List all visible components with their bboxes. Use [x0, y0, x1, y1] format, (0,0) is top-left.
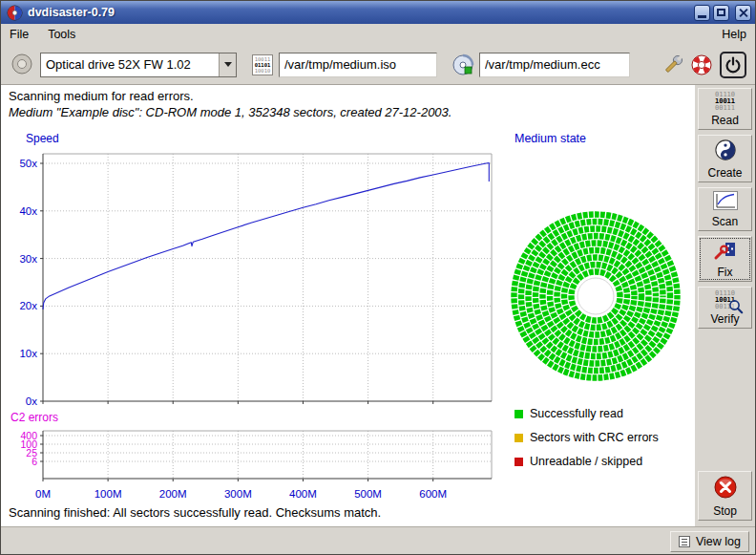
app-window: dvdisaster-0.79 File Tools Help Optical …	[0, 0, 756, 555]
fix-icon	[713, 240, 738, 264]
quit-button[interactable]	[720, 52, 746, 78]
c2-errors-chart: C2 errors4001002560M100M200M300M400M500M…	[1, 406, 507, 505]
view-log-button[interactable]: View log	[670, 531, 749, 552]
magnifier-icon	[728, 299, 744, 314]
chevron-down-icon[interactable]	[219, 53, 236, 76]
preferences-button[interactable]	[659, 51, 687, 79]
svg-text:300M: 300M	[224, 488, 252, 500]
main-content: Scanning medium for read errors. Medium …	[1, 85, 695, 526]
menubar: File Tools Help	[1, 24, 755, 45]
svg-text:10x: 10x	[19, 348, 37, 359]
wrench-icon	[661, 53, 685, 77]
ecc-file-input[interactable]	[479, 53, 630, 77]
svg-text:200M: 200M	[159, 488, 187, 500]
medium-state-disc	[505, 205, 686, 387]
drive-select-value: Optical drive 52X FW 1.02	[41, 53, 219, 76]
legend-item-unreadable: Unreadable / skipped	[514, 455, 642, 468]
window-title: dvdisaster-0.79	[28, 6, 115, 19]
svg-text:20x: 20x	[19, 300, 37, 311]
read-button[interactable]: 01110 10011 00111 Read	[698, 88, 752, 130]
drive-select[interactable]: Optical drive 52X FW 1.02	[40, 53, 237, 77]
svg-text:500M: 500M	[354, 488, 382, 500]
svg-text:400M: 400M	[289, 488, 317, 500]
status-message: Scanning medium for read errors.	[9, 89, 194, 103]
close-button[interactable]	[735, 5, 751, 21]
verify-button[interactable]: 01110 10011 00111 Verify	[698, 287, 752, 329]
titlebar[interactable]: dvdisaster-0.79	[1, 1, 755, 24]
drive-icon	[10, 53, 33, 75]
log-icon	[679, 536, 690, 547]
menu-help[interactable]: Help	[722, 28, 746, 41]
view-log-label: View log	[696, 535, 741, 548]
drive-button[interactable]	[10, 53, 34, 77]
app-icon	[7, 5, 23, 21]
legend-swatch-yellow	[514, 434, 523, 442]
svg-text:C2 errors: C2 errors	[10, 411, 58, 424]
svg-text:Speed: Speed	[26, 132, 59, 145]
verify-icon: 01110 10011 00111	[715, 290, 735, 310]
maximize-button[interactable]	[713, 5, 729, 21]
read-icon: 01110 10011 00111	[715, 92, 735, 112]
action-sidebar: 01110 10011 00111 Read Create	[695, 85, 755, 526]
toolbar: Optical drive 52X FW 1.02 10011 01101 10…	[1, 45, 755, 85]
legend-item-success: Successfully read	[514, 407, 623, 420]
scan-chart-icon	[713, 191, 738, 213]
legend-item-crc: Sectors with CRC errors	[514, 431, 659, 444]
help-button[interactable]	[687, 51, 716, 79]
menu-tools[interactable]: Tools	[48, 28, 75, 41]
medium-state-title: Medium state	[514, 132, 586, 145]
maximize-icon	[717, 9, 725, 16]
medium-info: Medium "Example disc": CD-ROM mode 1, 35…	[9, 105, 452, 119]
stop-button[interactable]: Stop	[698, 471, 752, 521]
image-file-input[interactable]	[279, 53, 437, 77]
svg-text:30x: 30x	[19, 253, 37, 265]
create-button[interactable]: Create	[698, 135, 752, 182]
svg-text:600M: 600M	[419, 488, 447, 500]
legend-swatch-green	[514, 410, 523, 418]
legend-label: Sectors with CRC errors	[530, 431, 659, 444]
minimize-button[interactable]	[694, 5, 710, 21]
bottom-bar: View log	[1, 526, 755, 555]
legend-label: Successfully read	[530, 407, 623, 420]
svg-text:100M: 100M	[94, 488, 122, 500]
ecc-file-icon	[451, 53, 475, 77]
speed-chart: Speed0x10x20x30x40x50x	[1, 127, 507, 414]
fix-button[interactable]: Fix	[698, 236, 752, 282]
lifebuoy-icon	[689, 53, 714, 77]
menu-file[interactable]: File	[10, 28, 29, 41]
power-icon	[724, 56, 742, 74]
legend-swatch-red	[514, 458, 523, 466]
image-file-icon: 10011 01101 10010	[250, 53, 275, 77]
yin-yang-icon	[714, 139, 737, 164]
svg-text:50x: 50x	[19, 158, 37, 169]
minimize-icon	[698, 15, 706, 18]
scan-button[interactable]: Scan	[698, 187, 752, 231]
svg-text:6: 6	[32, 456, 37, 467]
legend-label: Unreadable / skipped	[530, 455, 642, 468]
close-icon	[738, 8, 748, 18]
result-message: Scanning finished: All sectors successfu…	[9, 505, 381, 520]
stop-icon	[713, 475, 738, 502]
svg-text:0M: 0M	[35, 488, 51, 500]
svg-text:40x: 40x	[19, 205, 37, 217]
